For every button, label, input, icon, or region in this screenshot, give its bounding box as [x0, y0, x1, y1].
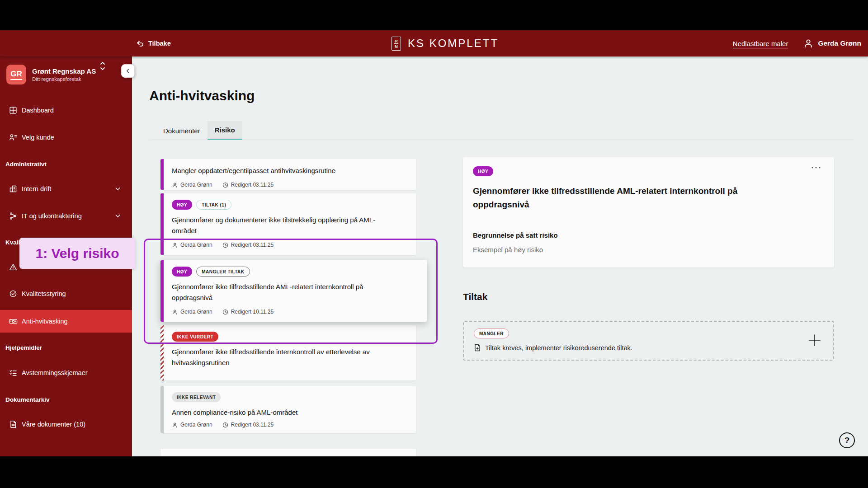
- ikke-vurdert-badge: IKKE VURDERT: [172, 332, 218, 342]
- sidebar-section-hjelpemidler: Hjelpemidler: [5, 344, 42, 351]
- risk-edited: Redigert 03.11.25: [222, 182, 274, 188]
- user-name: Gerda Grønn: [818, 39, 861, 47]
- page-title: Anti-hvitvasking: [149, 88, 255, 103]
- badge-check-icon: [9, 290, 17, 298]
- reason-label: Begrunnelse på satt risiko: [473, 231, 558, 239]
- tab-risiko[interactable]: Risiko: [208, 121, 242, 140]
- company-name: Grønt Regnskap AS: [32, 67, 96, 75]
- tab-dokumenter[interactable]: Dokumenter: [156, 121, 208, 140]
- risk-author: Gerda Grønn: [172, 422, 212, 428]
- question-mark-glyph: ?: [844, 436, 850, 446]
- top-bar: Tilbake R N KS KOMPLETT Nedlastbare male…: [0, 30, 868, 56]
- risk-title: Gjennomfører og dokumenterer ikke tilstr…: [172, 215, 400, 236]
- sidebar-item-anti-hvitvasking[interactable]: Anti-hvitvasking: [0, 310, 132, 333]
- screen: Tilbake R N KS KOMPLETT Nedlastbare male…: [0, 0, 868, 488]
- risk-title: Gjennomfører ikke tilfredsstillende inte…: [172, 347, 400, 368]
- risk-edited: Redigert 03.11.25: [222, 242, 274, 248]
- warning-triangle-icon: [9, 263, 17, 271]
- severity-badge: HØY: [473, 166, 493, 176]
- sidebar-item-dashboard[interactable]: Dashboard: [0, 101, 132, 119]
- tiltak-count-badge: TILTAK (1): [196, 200, 231, 210]
- document-plus-icon: [474, 344, 481, 352]
- add-tiltak-button[interactable]: [808, 333, 821, 347]
- risk-card-3-selected[interactable]: HØY MANGLER TILTAK Gjennomfører ikke til…: [160, 260, 427, 322]
- tab-bar: Dokumenter Risiko: [156, 121, 242, 140]
- help-button[interactable]: ?: [839, 432, 855, 448]
- templates-link[interactable]: Nedlastbare maler: [733, 40, 788, 47]
- severity-badge: HØY: [172, 267, 192, 277]
- document-icon: [9, 420, 17, 428]
- chevron-down-icon: [114, 213, 121, 220]
- company-avatar: GR: [6, 65, 26, 84]
- back-label: Tilbake: [148, 40, 171, 47]
- risk-author: Gerda Grønn: [172, 242, 212, 248]
- risk-title: Mangler oppdatert/egentilpasset antihvit…: [172, 165, 400, 176]
- risk-card-4[interactable]: IKKE VURDERT Gjennomfører ikke tilfredss…: [160, 325, 416, 380]
- sidebar-item-it-utkontraktering[interactable]: IT og utkontraktering: [0, 207, 132, 225]
- risk-card-partial[interactable]: [160, 449, 416, 456]
- risk-card-2[interactable]: HØY TILTAK (1) Gjennomfører og dokumente…: [160, 193, 416, 255]
- main-content: Anti-hvitvasking Dokumenter Risiko Mangl…: [132, 56, 868, 456]
- sidebar-item-kvalitetsstyring[interactable]: Kvalitetsstyring: [0, 285, 132, 303]
- tiltak-message: Tiltak kreves, implementer risikoreduser…: [485, 344, 632, 352]
- detail-title: Gjennomfører ikke tilfredsstillende AML-…: [473, 184, 785, 211]
- banknote-icon: [9, 317, 18, 325]
- chevron-updown-icon[interactable]: [99, 60, 106, 72]
- risk-severity-bar: [160, 193, 164, 255]
- company-subtitle: Ditt regnskapsforetak: [32, 76, 96, 82]
- risk-severity-bar-striped: [160, 325, 164, 380]
- header-right: Nedlastbare maler Gerda Grønn: [733, 30, 861, 56]
- building-icon: [9, 185, 17, 193]
- risk-severity-bar: [160, 260, 164, 322]
- brand: R N KS KOMPLETT: [392, 30, 499, 56]
- risk-severity-bar: [160, 159, 164, 190]
- back-button[interactable]: Tilbake: [136, 30, 171, 56]
- risk-edited: Redigert 03.11.25: [222, 422, 274, 428]
- person-list-icon: [9, 133, 18, 141]
- risk-author: Gerda Grønn: [172, 182, 212, 188]
- reason-value: Eksempel på høy risiko: [473, 246, 543, 253]
- user-icon: [803, 38, 813, 48]
- severity-badge: HØY: [172, 200, 192, 210]
- risk-title: Annen compliance-risiko på AML-området: [172, 407, 400, 418]
- checklist-icon: [9, 369, 17, 377]
- more-options-button[interactable]: [811, 165, 821, 170]
- sidebar-section-dokumentarkiv: Dokumentarkiv: [5, 396, 50, 403]
- chevron-down-icon: [114, 186, 121, 192]
- risk-card-5[interactable]: IKKE RELEVANT Annen compliance-risiko på…: [160, 386, 416, 433]
- network-icon: [9, 212, 17, 220]
- risk-card-1[interactable]: Mangler oppdatert/egentilpasset antihvit…: [160, 159, 416, 190]
- ikke-relevant-badge: IKKE RELEVANT: [172, 392, 221, 402]
- brand-name: KS KOMPLETT: [408, 37, 499, 50]
- sidebar-collapse-button[interactable]: [121, 64, 135, 78]
- sidebar-item-vare-dokumenter[interactable]: Våre dokumenter (10): [0, 415, 132, 433]
- rn-logo-icon: R N: [392, 37, 401, 51]
- sidebar-section-administrativt: Administrativt: [5, 161, 47, 168]
- mangler-tiltak-badge: MANGLER TILTAK: [196, 267, 250, 277]
- sidebar-item-avstemmingsskjemaer[interactable]: Avstemmingsskjemaer: [0, 364, 132, 382]
- return-arrow-icon: [136, 39, 144, 47]
- risk-author: Gerda Grønn: [172, 309, 212, 315]
- mangler-badge: MANGLER: [474, 328, 509, 338]
- annotation-step-label: 1: Velg risiko: [19, 238, 135, 269]
- sidebar-item-velg-kunde[interactable]: Velg kunde: [0, 128, 132, 146]
- app-window: Tilbake R N KS KOMPLETT Nedlastbare male…: [0, 30, 868, 456]
- tab-divider: [149, 140, 854, 140]
- user-menu[interactable]: Gerda Grønn: [803, 38, 861, 48]
- risk-edited: Redigert 10.11.25: [222, 309, 274, 315]
- risk-detail-panel: HØY Gjennomfører ikke tilfredsstillende …: [463, 157, 834, 267]
- tiltak-section-title: Tiltak: [463, 291, 487, 302]
- tiltak-empty-state: MANGLER Tiltak kreves, implementer risik…: [463, 321, 834, 361]
- risk-severity-bar: [160, 386, 164, 433]
- risk-title: Gjennomfører ikke tilfredsstillende AML-…: [172, 282, 400, 303]
- sidebar-item-intern-drift[interactable]: Intern drift: [0, 180, 132, 198]
- company-switcher[interactable]: GR Grønt Regnskap AS Ditt regnskapsforet…: [6, 65, 96, 84]
- grid-icon: [9, 106, 17, 114]
